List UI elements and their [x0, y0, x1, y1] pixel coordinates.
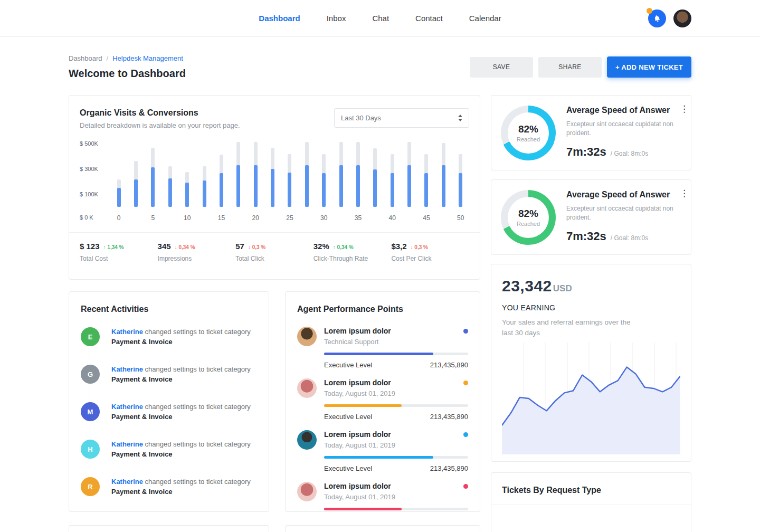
agent-name: Lorem ipsum dolor: [324, 430, 391, 439]
activity-target: Payment & Invoice: [111, 374, 251, 384]
asa-reached-label: Reached: [517, 136, 540, 142]
bar-chart-x-axis: 05101520253035404550: [110, 214, 469, 222]
tickets-chart-area: [491, 505, 691, 532]
agent-points: 213,435,890: [430, 361, 468, 369]
save-button[interactable]: SAVE: [470, 57, 533, 78]
activity-actor-link[interactable]: Katherine: [111, 478, 143, 486]
stat-top: $ 123↑ 1,34 %: [80, 242, 158, 251]
agent-points: 213,435,890: [430, 413, 468, 421]
avatar: [297, 482, 317, 501]
bar-reached: [288, 173, 291, 207]
asa-time-value: 7m:32s: [566, 230, 606, 243]
bar-slot: [179, 141, 196, 207]
recent-activities-title: Recent Activities: [81, 305, 257, 314]
status-dot: [463, 432, 468, 437]
area-chart-svg: [502, 343, 680, 454]
activity-actor-link[interactable]: Katherine: [111, 440, 143, 448]
nav-item-chat[interactable]: Chat: [372, 14, 389, 23]
stat-label: Click-Through Rate: [314, 255, 392, 262]
stat-delta: ↓ 0,3 %: [411, 244, 428, 250]
stat-label: Cost Per Click: [391, 255, 469, 262]
bar-slot: [162, 141, 178, 207]
nav-item-contact[interactable]: Contact: [415, 14, 443, 23]
date-range-select[interactable]: Last 30 Days: [334, 108, 469, 128]
breadcrumb-dashboard[interactable]: Dashboard: [69, 54, 102, 62]
x-tick-label: 10: [179, 214, 196, 222]
nav-item-calendar[interactable]: Calendar: [469, 14, 501, 23]
bell-icon: [651, 12, 663, 24]
bar-reached: [254, 165, 258, 207]
stat-top: 32%↑ 0,34 %: [314, 242, 392, 251]
agent-meta: Lorem ipsum dolorToday, August 01, 2019: [324, 430, 468, 450]
bar-total: [373, 148, 377, 207]
stat-cost-per-click: $3,2↓ 0,3 %Cost Per Click: [391, 242, 469, 262]
x-tick-label: [367, 214, 384, 222]
asa-goal-label: / Goal: 8m:0s: [611, 150, 648, 157]
add-new-ticket-button[interactable]: + ADD NEW TICKET: [607, 56, 691, 78]
bar-total: [288, 154, 291, 207]
bar-total: [271, 148, 274, 207]
bar-total: [391, 154, 394, 207]
stat-value: 57: [235, 242, 244, 251]
bar-reached: [305, 165, 309, 207]
activity-actor-link[interactable]: Katherine: [111, 403, 143, 411]
activity-text: Katherine changed settings to ticket cat…: [111, 402, 251, 422]
stat-top: 345↓ 0,34 %: [158, 242, 236, 251]
x-tick-label: [435, 214, 452, 222]
bar-slot: [349, 141, 366, 207]
agent-level: Executive Level: [324, 464, 372, 472]
bar-plot: [110, 141, 469, 207]
activity-target: Payment & Invoice: [111, 487, 251, 497]
bar-slot: [401, 141, 417, 207]
kebab-menu-icon[interactable]: ⋮: [680, 106, 689, 113]
agent-name: Lorem ipsum dolor: [324, 378, 391, 387]
bar-reached: [236, 165, 240, 207]
agent-subtitle: Technical Support: [324, 338, 468, 346]
kebab-menu-icon[interactable]: ⋮: [680, 190, 689, 197]
bar-reached: [220, 173, 223, 207]
bar-total: [459, 154, 462, 207]
nav-item-dashboard[interactable]: Dashboard: [259, 14, 300, 23]
bar-reached: [356, 165, 360, 207]
bar-reached: [185, 183, 189, 207]
bar-slot: [196, 141, 213, 207]
bar-total: [424, 154, 428, 207]
stat-delta: ↓ 0,34 %: [175, 244, 195, 250]
bar-slot: [281, 141, 298, 207]
nav-item-inbox[interactable]: Inbox: [327, 14, 346, 23]
agent-level: Executive Level: [324, 361, 372, 369]
share-button[interactable]: SHARE: [538, 57, 602, 78]
stat-value: 345: [158, 242, 171, 251]
main-nav: DashboardInboxChatContactCalendar: [259, 14, 501, 23]
agent-top: Lorem ipsum dolorToday, August 01, 2019: [297, 482, 468, 501]
activity-target: Payment & Invoice: [111, 412, 251, 422]
agent-progress-fill: [324, 404, 402, 407]
asa-percent: 82%: [518, 208, 538, 220]
agent-progress-track: [324, 508, 468, 510]
bar-slot: [247, 141, 264, 207]
x-tick-label: 25: [281, 214, 298, 222]
agent-progress-fill: [324, 508, 402, 510]
bar-total: [117, 179, 121, 207]
stat-value: $ 123: [80, 242, 100, 251]
agent-name-row: Lorem ipsum dolor: [324, 378, 468, 387]
bar-total: [322, 154, 326, 207]
bar-reached: [339, 165, 343, 207]
asa-donut-2: 82% Reached: [501, 190, 556, 245]
agent-progress-track: [324, 404, 468, 407]
earning-label: YOU EARNING: [502, 303, 680, 312]
user-avatar[interactable]: [673, 10, 691, 27]
activity-actor-link[interactable]: Katherine: [111, 328, 143, 336]
bar-slot: [264, 141, 281, 207]
bar-slot: [127, 141, 144, 207]
bar-slot: [452, 141, 469, 207]
breadcrumb-helpdesk-management[interactable]: Helpdesk Management: [112, 54, 183, 62]
bar-total: [185, 172, 189, 207]
agent-name: Lorem ipsum dolor: [324, 482, 391, 490]
activity-text: Katherine changed settings to ticket cat…: [111, 364, 251, 384]
activity-list: EKatherine changed settings to ticket ca…: [81, 327, 257, 497]
x-tick-label: [332, 214, 349, 222]
notifications-button[interactable]: [648, 10, 666, 27]
bar-chart-y-axis: $ 500K$ 300K$ 100K: [80, 141, 110, 207]
activity-actor-link[interactable]: Katherine: [111, 365, 143, 373]
